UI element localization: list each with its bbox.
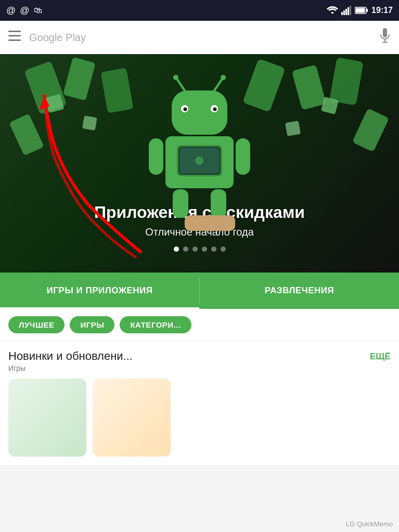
svg-rect-1 — [343, 10, 345, 15]
dot-5[interactable] — [211, 246, 216, 252]
status-bar-left: @ @ 🛍 — [6, 5, 42, 16]
filter-games-label: ИГРЫ — [80, 320, 104, 329]
microphone-icon[interactable] — [379, 28, 391, 47]
svg-rect-15 — [63, 57, 96, 101]
svg-point-34 — [221, 75, 226, 80]
dot-3[interactable] — [192, 246, 198, 252]
status-bar-right: 19:17 — [327, 6, 393, 15]
svg-rect-24 — [82, 115, 97, 131]
svg-rect-8 — [8, 31, 21, 32]
svg-rect-7 — [356, 8, 365, 13]
svg-rect-41 — [178, 147, 221, 175]
svg-rect-2 — [345, 9, 347, 15]
svg-rect-0 — [341, 12, 343, 15]
tab-bar: ИГРЫ И ПРИЛОЖЕНИЯ РАЗВЛЕЧЕНИЯ — [0, 273, 399, 309]
tab-games-apps-label: ИГРЫ И ПРИЛОЖЕНИЯ — [46, 286, 152, 296]
svg-rect-37 — [236, 138, 250, 175]
hero-text: Приложения со скидками Отличное начало г… — [94, 203, 305, 252]
watermark: LG QuickMemo — [346, 520, 393, 528]
section-header: Новинки и обновлени... Игры ЕЩЁ — [0, 341, 399, 374]
dot-6[interactable] — [221, 246, 226, 252]
hero-title: Приложения со скидками — [94, 203, 305, 222]
svg-rect-18 — [292, 64, 327, 110]
svg-line-33 — [214, 79, 222, 90]
search-bar: Google Play — [0, 21, 399, 54]
svg-rect-14 — [24, 61, 67, 114]
at-icon-1: @ — [6, 5, 16, 16]
at-icon-2: @ — [20, 5, 29, 16]
signal-icon — [341, 6, 352, 15]
svg-rect-35 — [165, 136, 234, 188]
status-bar: @ @ 🛍 19:17 — [0, 0, 399, 21]
search-placeholder: Google Play — [29, 32, 86, 44]
svg-rect-9 — [8, 35, 21, 37]
section-title: Новинки и обновлени... — [8, 349, 133, 363]
battery-icon — [355, 6, 368, 15]
wifi-icon — [327, 6, 338, 15]
app-row — [0, 374, 399, 465]
svg-rect-6 — [366, 9, 368, 12]
svg-rect-36 — [149, 138, 163, 175]
filter-games[interactable]: ИГРЫ — [70, 316, 114, 333]
svg-point-29 — [184, 108, 187, 111]
dot-1[interactable] — [174, 246, 179, 252]
app-icon-1 — [8, 379, 86, 457]
svg-rect-19 — [329, 57, 364, 106]
app-card-1[interactable] — [8, 379, 86, 457]
svg-rect-40 — [177, 145, 222, 176]
app-icon-2 — [93, 379, 171, 457]
svg-rect-42 — [179, 148, 220, 174]
svg-rect-25 — [285, 121, 301, 136]
hamburger-menu-icon[interactable] — [8, 31, 21, 44]
svg-rect-11 — [383, 28, 387, 37]
svg-rect-17 — [242, 58, 285, 112]
filter-best[interactable]: ЛУЧШЕЕ — [8, 316, 65, 333]
hero-subtitle: Отличное начало года — [94, 226, 305, 238]
dot-4[interactable] — [202, 246, 207, 252]
tab-entertainment[interactable]: РАЗВЛЕЧЕНИЯ — [200, 273, 399, 309]
svg-rect-20 — [9, 113, 44, 155]
carousel-dots — [94, 246, 305, 252]
svg-rect-23 — [321, 97, 339, 114]
tab-entertainment-label: РАЗВЛЕЧЕНИЯ — [265, 286, 334, 296]
hero-banner: Приложения со скидками Отличное начало г… — [0, 54, 399, 273]
svg-rect-3 — [347, 7, 349, 15]
section-subtitle: Игры — [8, 364, 133, 372]
svg-point-30 — [213, 108, 217, 111]
filter-categories-label: КАТЕГОРИ... — [130, 320, 181, 329]
filter-categories[interactable]: КАТЕГОРИ... — [120, 316, 191, 333]
section-more-button[interactable]: ЕЩЁ — [370, 349, 391, 362]
svg-line-31 — [177, 79, 185, 90]
bag-icon: 🛍 — [34, 6, 42, 15]
app-card-2[interactable] — [93, 379, 171, 457]
time-display: 19:17 — [371, 6, 393, 15]
svg-point-27 — [181, 105, 188, 112]
search-input[interactable]: Google Play — [29, 32, 371, 44]
svg-rect-26 — [172, 90, 227, 135]
svg-point-28 — [211, 105, 218, 112]
dot-2[interactable] — [183, 246, 188, 252]
svg-rect-4 — [350, 6, 351, 15]
filter-best-label: ЛУЧШЕЕ — [19, 320, 54, 329]
svg-rect-10 — [8, 40, 21, 41]
svg-rect-21 — [352, 108, 389, 152]
section-title-group: Новинки и обновлени... Игры — [8, 349, 133, 372]
tab-games-apps[interactable]: ИГРЫ И ПРИЛОЖЕНИЯ — [0, 273, 199, 309]
svg-rect-16 — [100, 68, 133, 113]
svg-rect-22 — [45, 94, 65, 113]
svg-point-32 — [173, 75, 178, 80]
svg-point-43 — [195, 157, 203, 165]
filter-row: ЛУЧШЕЕ ИГРЫ КАТЕГОРИ... — [0, 309, 399, 341]
